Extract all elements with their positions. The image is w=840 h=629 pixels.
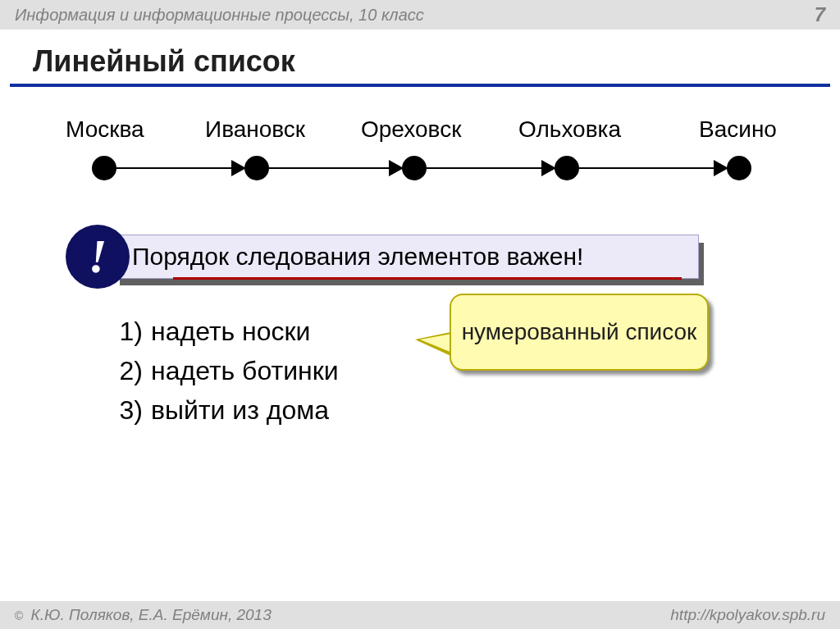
- arrow-line: [269, 167, 392, 169]
- arrow-line: [579, 167, 717, 169]
- node-dot: [244, 156, 269, 180]
- footer-bar: © К.Ю. Поляков, Е.А. Ерёмин, 2013 http:/…: [0, 601, 840, 629]
- callout-underline: [173, 277, 682, 280]
- arrow-head-icon: [389, 160, 404, 176]
- list-item-number: 2): [107, 351, 143, 390]
- arrow-head-icon: [714, 160, 728, 176]
- list-item: 3) выйти из дома: [107, 390, 840, 430]
- footer-url: http://kpolyakov.spb.ru: [670, 606, 825, 624]
- note-text: нумерованный список: [462, 317, 697, 347]
- copyright-icon: ©: [15, 609, 23, 622]
- page-number: 7: [815, 3, 825, 26]
- callout-text: Порядок следования элементов важен!: [132, 243, 583, 271]
- list-item-number: 1): [107, 312, 143, 351]
- node-dot: [727, 156, 751, 180]
- node-dot: [92, 156, 116, 180]
- list-item-text: выйти из дома: [151, 390, 329, 430]
- node-label: Васино: [699, 116, 777, 143]
- arrow-line: [427, 167, 545, 169]
- title-underline: [10, 84, 830, 87]
- arrow-line: [115, 167, 235, 169]
- callout-body: Порядок следования элементов важен!: [115, 235, 699, 279]
- node-label: Ольховка: [518, 116, 621, 143]
- list-item-number: 3): [107, 390, 143, 430]
- arrow-head-icon: [541, 160, 556, 176]
- node-dot: [402, 156, 427, 180]
- arrow-head-icon: [231, 160, 246, 176]
- linear-list-diagram: Москва Ивановск Ореховск Ольховка Васино: [33, 116, 807, 192]
- header-subject: Информация и информационные процессы, 10…: [15, 6, 424, 25]
- node-label: Ореховск: [361, 116, 461, 143]
- page-title: Линейный список: [0, 30, 840, 84]
- exclamation-icon: !: [66, 225, 130, 289]
- footer-authors-text: К.Ю. Поляков, Е.А. Ерёмин, 2013: [26, 606, 271, 623]
- header-bar: Информация и информационные процессы, 10…: [0, 0, 840, 30]
- list-item-text: надеть ботинки: [151, 351, 339, 390]
- list-item-text: надеть носки: [151, 312, 310, 351]
- note-callout: нумерованный список: [450, 294, 709, 371]
- footer-authors: © К.Ю. Поляков, Е.А. Ерёмин, 2013: [15, 606, 272, 624]
- node-label: Ивановск: [205, 116, 305, 143]
- node-dot: [555, 156, 579, 180]
- node-label: Москва: [66, 116, 144, 143]
- important-callout: Порядок следования элементов важен! !: [66, 235, 705, 284]
